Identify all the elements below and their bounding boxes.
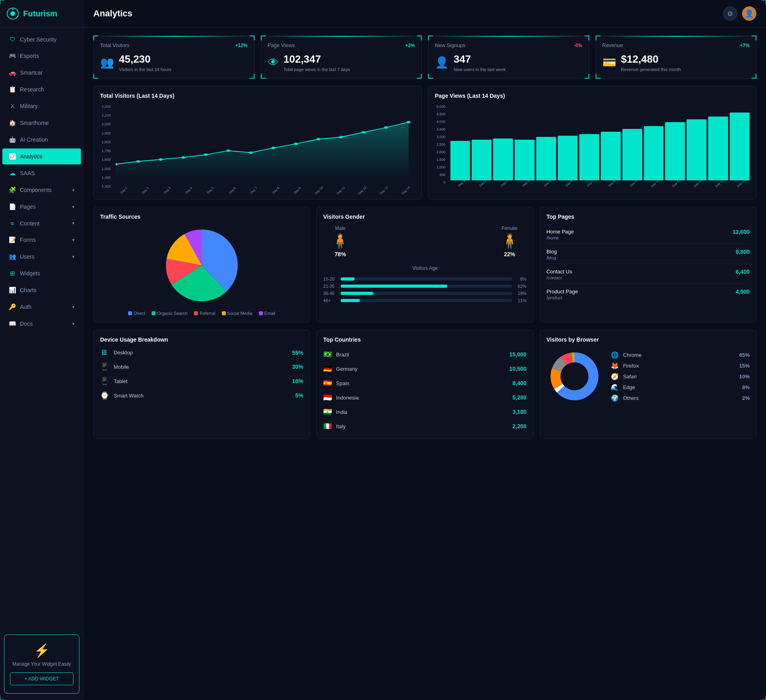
nav-label-esports: Esports	[20, 53, 39, 59]
country-row-italy: 🇮🇹 Italy 2,200	[323, 420, 526, 432]
widget-text: Manage Your Widget Easily	[10, 661, 73, 667]
device-row-tablet: 📱 Tablet 10%	[100, 377, 303, 386]
sidebar-widget: ⚡ Manage Your Widget Easily + ADD WIDGET	[4, 635, 79, 694]
male-icon: 🧍	[331, 233, 349, 249]
nav-label-smartcar: Smartcar	[20, 69, 43, 76]
nav-label-pages: Pages	[20, 204, 36, 210]
bar-13	[730, 113, 750, 180]
mid-row: Traffic Sources DirectOrganic SearchRefe…	[93, 207, 756, 322]
bar-2	[493, 138, 513, 180]
sidebar-item-charts[interactable]: 📊 Charts	[2, 282, 81, 298]
nav-label-users: Users	[20, 253, 35, 260]
nav-label-forms: Forms	[20, 237, 36, 243]
device-row-mobile: 📱 Mobile 30%	[100, 362, 303, 371]
device-usage-card: Device Usage Breakdown 🖥 Desktop 55% 📱 M…	[93, 330, 310, 439]
stat-value: 45,230	[119, 53, 172, 65]
bar-10	[665, 122, 685, 180]
charts-row: Total Visitors (Last 14 Days) 2,2002,100…	[93, 86, 756, 200]
sidebar-item-forms[interactable]: 📝 Forms ▾	[2, 232, 81, 248]
add-widget-button[interactable]: + ADD WIDGET	[10, 672, 73, 685]
bar-5	[558, 136, 578, 180]
svg-point-9	[226, 149, 230, 152]
sidebar-item-analytics[interactable]: 📈 Analytics	[2, 148, 81, 164]
logo-icon	[6, 7, 19, 20]
country-row-india: 🇮🇳 India 3,100	[323, 406, 526, 418]
sidebar-item-pages[interactable]: 📄 Pages ▾	[2, 199, 81, 215]
bar-7	[601, 132, 621, 180]
nav-icon-analytics: 📈	[9, 153, 16, 160]
nav-icon-saas: ☁	[9, 170, 16, 177]
nav-label-smarthome: Smarthome	[20, 120, 49, 126]
nav-label-auth: Auth	[20, 304, 32, 310]
nav-arrow-forms: ▾	[72, 237, 75, 243]
svg-point-13	[316, 138, 320, 140]
nav-label-cyber-security: Cyber Security	[20, 36, 57, 43]
sidebar-item-widgets[interactable]: ⊞ Widgets	[2, 265, 81, 281]
stat-title: New Signups	[435, 42, 466, 48]
svg-point-1	[10, 11, 15, 16]
sidebar-item-content[interactable]: ≡ Content ▾	[2, 216, 81, 231]
sidebar-item-ai-creation[interactable]: 🤖 AI Creation	[2, 132, 81, 148]
bar-4	[536, 137, 556, 180]
sidebar-item-saas[interactable]: ☁ SAAS	[2, 165, 81, 181]
bar-9	[644, 126, 664, 180]
svg-point-17	[407, 121, 411, 123]
nav-icon-esports: 🎮	[9, 52, 16, 59]
widget-icon: ⚡	[10, 643, 73, 658]
stat-badge: +3%	[405, 43, 415, 48]
stat-label: Visitors in the last 24 hours	[119, 67, 172, 72]
sidebar-item-smartcar[interactable]: 🚗 Smartcar	[2, 65, 81, 81]
male-label: Male	[335, 225, 345, 231]
svg-point-11	[271, 147, 275, 149]
bar-12	[708, 117, 728, 180]
dashboard-content: Total Visitors +12% 👥 45,230 Visitors in…	[84, 28, 766, 447]
avatar[interactable]: 👤	[742, 6, 756, 21]
nav-label-content: Content	[20, 220, 39, 227]
female-gender: Female 🧍 22%	[501, 225, 519, 257]
nav-icon-components: 🧩	[9, 186, 16, 194]
donut-chart	[547, 348, 602, 404]
browsers-card: Visitors by Browser 🌐 Chrome 65% 🦊 Firef…	[540, 330, 756, 439]
chart-title: Page Views (Last 14 Days)	[435, 93, 750, 99]
sidebar-item-cyber-security[interactable]: 🛡 Cyber Security	[2, 32, 81, 47]
stat-value: 347	[454, 53, 506, 65]
browser-row-others: 🌍 Others 2%	[610, 394, 750, 402]
stat-icon: 👁	[268, 56, 279, 69]
nav-icon-military: ⚔	[9, 103, 16, 110]
top-bar: Analytics ⚙ 👤	[84, 0, 766, 28]
settings-button[interactable]: ⚙	[723, 6, 737, 21]
nav-arrow-pages: ▾	[72, 204, 75, 210]
stat-value: $12,480	[621, 53, 681, 65]
sidebar-item-components[interactable]: 🧩 Components ▾	[2, 182, 81, 198]
sidebar-item-esports[interactable]: 🎮 Esports	[2, 48, 81, 64]
sidebar-item-research[interactable]: 📋 Research	[2, 81, 81, 97]
age-bar-row: 46+ 11%	[323, 298, 526, 303]
device-list: 🖥 Desktop 55% 📱 Mobile 30% 📱 Tablet 10% …	[100, 348, 303, 400]
browser-row-edge: 🌊 Edge 8%	[610, 384, 750, 391]
svg-point-6	[159, 158, 163, 161]
total-visitors-chart: Total Visitors (Last 14 Days) 2,2002,100…	[93, 86, 422, 200]
nav-label-analytics: Analytics	[20, 153, 42, 160]
top-page-row: Contact Us /contact 6,400	[547, 265, 750, 284]
sidebar-item-military[interactable]: ⚔ Military	[2, 98, 81, 114]
sidebar-item-auth[interactable]: 🔑 Auth ▾	[2, 299, 81, 315]
nav-icon-users: 👥	[9, 253, 16, 260]
country-row-brazil: 🇧🇷 Brazil 15,000	[323, 348, 526, 360]
legend-item: Referral	[194, 311, 215, 316]
svg-point-12	[294, 142, 298, 145]
sidebar-item-users[interactable]: 👥 Users ▾	[2, 249, 81, 265]
device-row-desktop: 🖥 Desktop 55%	[100, 348, 303, 357]
legend-item: Direct	[128, 311, 145, 316]
page-views-chart: Page Views (Last 14 Days) 5,0004,5004,00…	[428, 86, 756, 200]
sidebar-item-smarthome[interactable]: 🏠 Smarthome	[2, 115, 81, 131]
sidebar-item-docs[interactable]: 📖 Docs ▾	[2, 316, 81, 332]
main-content: Analytics ⚙ 👤 Total Visitors +12% 👥 45,2…	[84, 0, 766, 700]
bar-11	[687, 119, 707, 180]
sidebar: Futurism 🛡 Cyber Security 🎮 Esports 🚗 Sm…	[0, 0, 84, 700]
browsers-title: Visitors by Browser	[547, 336, 750, 343]
stat-label: Revenue generated this month	[621, 67, 681, 72]
top-page-row: Product Page /product 4,900	[547, 285, 750, 303]
nav-icon-charts: 📊	[9, 287, 16, 294]
browser-row-chrome: 🌐 Chrome 65%	[610, 351, 750, 359]
nav-icon-ai-creation: 🤖	[9, 136, 16, 143]
